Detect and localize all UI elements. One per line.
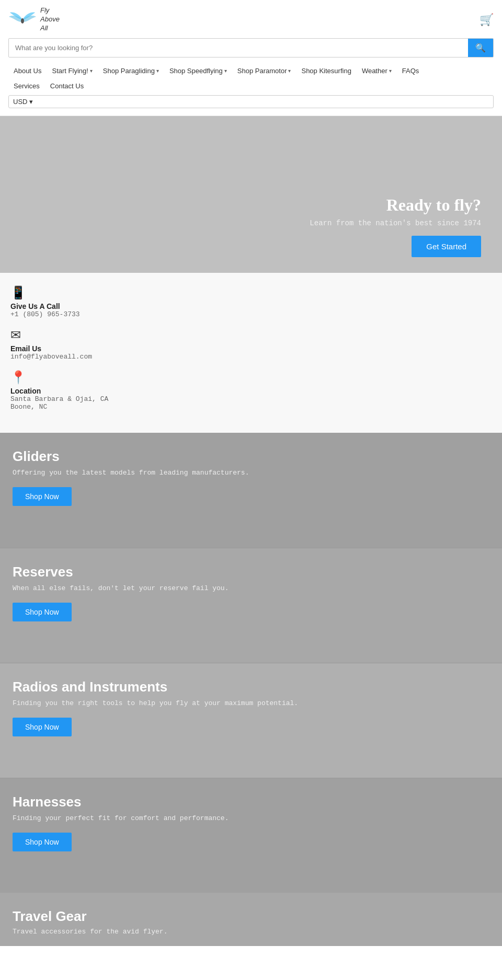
nav-item-shop-kitesurfing[interactable]: Shop Kitesurfing: [296, 65, 356, 77]
nav-item-start-flying[interactable]: Start Flying! ▾: [47, 65, 97, 77]
logo-text: Fly Above All: [40, 6, 60, 33]
nav-item-shop-paramotor[interactable]: Shop Paramotor ▾: [232, 65, 296, 77]
currency-selector[interactable]: USD ▾: [8, 95, 494, 108]
chevron-down-icon: ▾: [389, 68, 392, 74]
email-icon: ✉: [10, 328, 492, 342]
reserves-shop-now-button[interactable]: Shop Now: [13, 603, 72, 621]
search-input[interactable]: [9, 40, 468, 56]
product-section-travel-gear: Travel Gear Travel accessories for the a…: [0, 893, 502, 946]
hero-title: Ready to fly?: [310, 195, 481, 215]
location-icon: 📍: [10, 370, 492, 385]
nav-item-contact-us[interactable]: Contact Us: [45, 80, 89, 92]
nav-primary: About Us Start Flying! ▾ Shop Paraglidin…: [8, 62, 494, 78]
contact-email-value: info@flyaboveall.com: [10, 353, 492, 361]
product-section-gliders: Gliders Offering you the latest models f…: [0, 433, 502, 548]
chevron-down-icon: ▾: [156, 68, 159, 74]
chevron-down-icon: ▾: [224, 68, 227, 74]
travel-gear-title: Travel Gear: [13, 908, 489, 925]
chevron-down-icon: ▾: [90, 68, 93, 74]
get-started-button[interactable]: Get Started: [412, 236, 481, 257]
reserves-desc: When all else fails, don't let your rese…: [13, 584, 489, 592]
harnesses-desc: Finding your perfect fit for comfort and…: [13, 814, 489, 822]
chevron-down-icon: ▾: [29, 98, 33, 106]
cart-icon[interactable]: 🛒: [480, 13, 494, 27]
gliders-title: Gliders: [13, 448, 489, 465]
nav-item-services[interactable]: Services: [8, 80, 45, 92]
nav-item-faqs[interactable]: FAQs: [397, 65, 425, 77]
product-section-harnesses: Harnesses Finding your perfect fit for c…: [0, 778, 502, 893]
header: Fly Above All 🛒 🔍 About Us Start Flying!…: [0, 0, 502, 116]
product-section-radios: Radios and Instruments Finding you the r…: [0, 663, 502, 778]
contact-location-label: Location: [10, 387, 492, 395]
hero-banner: Ready to fly? Learn from the nation's be…: [0, 116, 502, 273]
contact-location-value-line2: Boone, NC: [10, 403, 492, 411]
contact-phone-value: +1 (805) 965-3733: [10, 310, 492, 318]
phone-icon: 📱: [10, 285, 492, 300]
svg-point-0: [21, 18, 24, 24]
logo-icon: [8, 5, 37, 34]
radios-shop-now-button[interactable]: Shop Now: [13, 718, 72, 736]
chevron-down-icon: ▾: [288, 68, 291, 74]
hero-subtitle: Learn from the nation's best since 1974: [310, 219, 481, 227]
nav-item-about-us[interactable]: About Us: [8, 65, 47, 77]
nav-secondary: Services Contact Us: [8, 78, 494, 93]
contact-phone: 📱 Give Us A Call +1 (805) 965-3733: [10, 285, 492, 318]
harnesses-title: Harnesses: [13, 794, 489, 810]
nav-item-shop-paragliding[interactable]: Shop Paragliding ▾: [98, 65, 164, 77]
contact-email: ✉ Email Us info@flyaboveall.com: [10, 328, 492, 361]
radios-title: Radios and Instruments: [13, 679, 489, 695]
nav-item-shop-speedflying[interactable]: Shop Speedflying ▾: [164, 65, 232, 77]
gliders-desc: Offering you the latest models from lead…: [13, 469, 489, 477]
contact-location: 📍 Location Santa Barbara & Ojai, CA Boon…: [10, 370, 492, 411]
hero-content: Ready to fly? Learn from the nation's be…: [289, 180, 502, 273]
reserves-title: Reserves: [13, 564, 489, 580]
contact-email-label: Email Us: [10, 344, 492, 353]
search-bar: 🔍: [8, 38, 494, 57]
gliders-shop-now-button[interactable]: Shop Now: [13, 487, 72, 506]
products-container: Gliders Offering you the latest models f…: [0, 433, 502, 893]
contact-phone-label: Give Us A Call: [10, 302, 492, 310]
logo[interactable]: Fly Above All: [8, 5, 60, 34]
header-top: Fly Above All 🛒: [8, 5, 494, 34]
product-section-reserves: Reserves When all else fails, don't let …: [0, 548, 502, 663]
contact-location-value-line1: Santa Barbara & Ojai, CA: [10, 395, 492, 403]
contact-section: 📱 Give Us A Call +1 (805) 965-3733 ✉ Ema…: [0, 273, 502, 433]
nav-item-weather[interactable]: Weather ▾: [357, 65, 397, 77]
radios-desc: Finding you the right tools to help you …: [13, 699, 489, 707]
harnesses-shop-now-button[interactable]: Shop Now: [13, 833, 72, 851]
search-button[interactable]: 🔍: [468, 39, 493, 57]
travel-gear-desc: Travel accessories for the avid flyer.: [13, 928, 489, 936]
